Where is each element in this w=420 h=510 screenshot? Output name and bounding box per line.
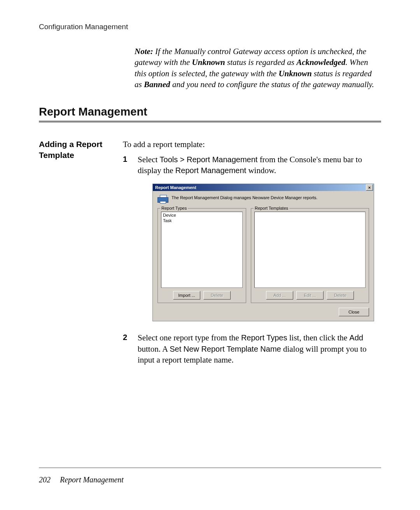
section-title: Report Management <box>39 105 381 118</box>
step2-add-button-name: Add <box>349 333 363 342</box>
dialog-titlebar: Report Management × <box>153 184 374 191</box>
step1-window-name: Report Management <box>175 166 246 175</box>
note-ack: Acknowledged <box>296 58 345 67</box>
import-button[interactable]: Import ... <box>173 291 200 300</box>
note-unknown2: Unknown <box>278 69 312 78</box>
report-templates-group: Report Templates Add ... Edit ... Delete <box>251 208 369 303</box>
step2-mid2: button. A <box>138 344 170 354</box>
report-types-group: Report Types Device Task Import ... Dele… <box>158 208 246 303</box>
list-item[interactable]: Device <box>163 213 241 218</box>
list-item[interactable]: Task <box>163 218 241 223</box>
note-seg1: If the <box>153 47 174 56</box>
page-number: 202 <box>39 475 51 484</box>
footer-section: Report Management <box>60 475 124 484</box>
note-seg3: status is regarded as <box>225 58 296 67</box>
report-types-list[interactable]: Device Task <box>161 212 243 288</box>
step1-post: window. <box>246 166 276 175</box>
subsection-label: Adding a Report Template <box>39 139 123 160</box>
report-types-label: Report Types <box>160 205 188 211</box>
footer-rule <box>39 468 381 468</box>
note-paragraph: Note: If the Manually control Gateway ac… <box>135 46 377 90</box>
page-footer: 202Report Management <box>39 475 124 484</box>
note-manual-option: Manually control Gateway access <box>174 47 285 56</box>
note-label: Note: <box>135 47 153 56</box>
step2-dialog-name: Set New Report Template Name <box>170 345 281 353</box>
step1-pre: Select <box>138 155 160 164</box>
edit-button[interactable]: Edit ... <box>296 291 324 300</box>
dialog-title: Report Management <box>155 185 196 191</box>
step1-menu-path: Tools > Report Management <box>160 155 258 164</box>
note-seg6: and you need to configure the status of … <box>170 80 374 89</box>
add-button[interactable]: Add ... <box>266 291 293 300</box>
section-rule <box>39 121 381 123</box>
dialog-description: The Report Management Dialog manages Neo… <box>172 195 317 201</box>
delete-template-button[interactable]: Delete <box>327 291 354 300</box>
note-unknown1: Unknown <box>192 58 225 67</box>
step-2: Select one report type from the Report T… <box>123 332 381 365</box>
report-templates-list[interactable] <box>254 212 366 288</box>
step-1: Select Tools > Report Management from th… <box>123 154 381 322</box>
delete-button[interactable]: Delete <box>203 291 231 300</box>
step2-list-name: Report Types <box>241 333 287 342</box>
report-templates-label: Report Templates <box>254 205 289 211</box>
close-icon[interactable]: × <box>366 184 373 191</box>
report-management-dialog: Report Management × The Report Managemen… <box>152 184 374 321</box>
printer-icon <box>158 195 168 204</box>
page-header: Configuration Management <box>39 23 381 31</box>
note-banned: Banned <box>144 80 170 89</box>
step2-pre: Select one report type from the <box>138 333 241 342</box>
intro-text: To add a report template: <box>123 139 381 150</box>
close-button[interactable]: Close <box>339 308 369 316</box>
step2-mid1: list, then click the <box>287 333 350 342</box>
